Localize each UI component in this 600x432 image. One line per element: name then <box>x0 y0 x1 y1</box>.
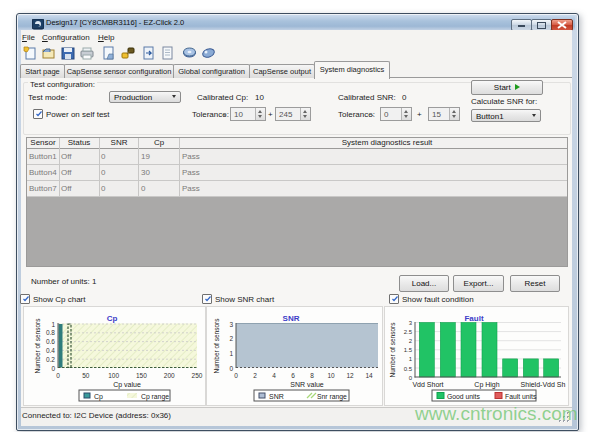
svg-text:2.5: 2.5 <box>404 329 413 335</box>
svg-text:Good units: Good units <box>447 393 480 400</box>
svg-text:SNR: SNR <box>269 393 284 400</box>
svg-text:0.4: 0.4 <box>46 347 55 354</box>
svg-text:150: 150 <box>136 372 147 379</box>
svg-text:10: 10 <box>327 372 335 379</box>
svg-text:6: 6 <box>291 372 295 379</box>
svg-text:4: 4 <box>272 372 276 379</box>
svg-text:SNR value: SNR value <box>290 381 324 388</box>
svg-text:0: 0 <box>234 372 238 379</box>
svg-text:3: 3 <box>409 320 413 326</box>
svg-text:Cp High: Cp High <box>474 381 499 389</box>
svg-text:Cp value: Cp value <box>113 381 141 389</box>
svg-text:Cp: Cp <box>94 393 103 401</box>
svg-text:50: 50 <box>82 372 90 379</box>
svg-text:SNR: SNR <box>283 314 300 323</box>
svg-text:Number of sensors: Number of sensors <box>213 318 220 374</box>
svg-text:14: 14 <box>365 372 373 379</box>
svg-text:1.5: 1.5 <box>404 347 413 353</box>
svg-text:Cp: Cp <box>107 314 118 323</box>
svg-text:Fault: Fault <box>464 314 483 323</box>
svg-text:0.5: 0.5 <box>404 366 413 372</box>
svg-text:3: 3 <box>229 321 233 328</box>
svg-text:1: 1 <box>409 356 413 362</box>
svg-text:Fault units: Fault units <box>505 393 537 400</box>
svg-text:Cp range: Cp range <box>141 393 169 401</box>
svg-text:Shield-Vdd Sh: Shield-Vdd Sh <box>521 381 566 388</box>
svg-text:12: 12 <box>346 372 354 379</box>
svg-text:8: 8 <box>310 372 314 379</box>
svg-text:200: 200 <box>164 372 175 379</box>
svg-text:100: 100 <box>108 372 119 379</box>
svg-text:Snr range: Snr range <box>317 393 347 401</box>
svg-text:2: 2 <box>229 335 233 342</box>
svg-text:1: 1 <box>51 321 55 328</box>
svg-text:0: 0 <box>51 365 55 372</box>
svg-text:250: 250 <box>192 372 203 379</box>
svg-text:Number of sensors: Number of sensors <box>389 322 396 378</box>
svg-text:2: 2 <box>409 338 413 344</box>
svg-text:1: 1 <box>229 350 233 357</box>
svg-text:2: 2 <box>253 372 257 379</box>
svg-text:0: 0 <box>56 372 60 379</box>
svg-text:Number of sensors: Number of sensors <box>34 318 41 374</box>
svg-text:0: 0 <box>229 365 233 372</box>
svg-text:Vdd Short: Vdd Short <box>412 381 443 388</box>
svg-text:0.2: 0.2 <box>46 356 55 363</box>
svg-text:0.8: 0.8 <box>46 329 55 336</box>
svg-text:0.6: 0.6 <box>46 338 55 345</box>
